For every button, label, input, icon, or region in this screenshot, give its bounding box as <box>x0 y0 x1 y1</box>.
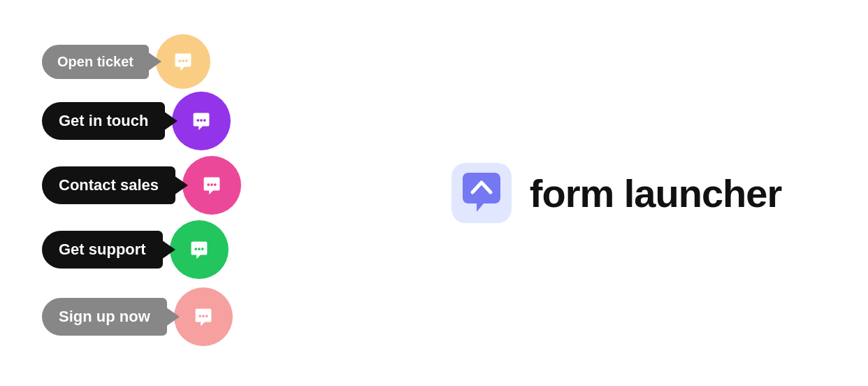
button-row-get-support: Get support <box>42 220 363 279</box>
svg-point-1 <box>182 59 185 62</box>
form-launcher-logo-icon <box>450 162 513 224</box>
svg-point-6 <box>207 183 210 186</box>
get-in-touch-icon <box>172 92 231 150</box>
get-in-touch-button[interactable]: Get in touch <box>42 102 165 140</box>
svg-point-2 <box>185 59 188 62</box>
svg-point-4 <box>200 119 203 122</box>
button-row-get-in-touch: Get in touch <box>42 92 363 150</box>
svg-point-5 <box>203 119 206 122</box>
brand-name: form launcher <box>530 171 781 216</box>
svg-point-13 <box>202 315 205 317</box>
contact-sales-icon <box>182 156 241 215</box>
svg-point-10 <box>198 248 201 250</box>
svg-point-3 <box>197 119 200 122</box>
right-panel: form launcher <box>363 0 868 386</box>
button-row-open-ticket: Open ticket <box>42 34 363 89</box>
contact-sales-button[interactable]: Contact sales <box>42 166 175 204</box>
button-row-contact-sales: Contact sales <box>42 156 363 215</box>
brand-logo: form launcher <box>450 162 781 224</box>
sign-up-now-button[interactable]: Sign up now <box>42 298 167 336</box>
svg-point-12 <box>198 315 201 317</box>
button-row-sign-up-now: Sign up now <box>42 287 363 346</box>
svg-point-0 <box>178 59 181 62</box>
open-ticket-button[interactable]: Open ticket <box>42 45 149 79</box>
svg-point-9 <box>194 248 197 250</box>
svg-point-11 <box>201 248 204 250</box>
svg-point-7 <box>210 183 213 186</box>
get-support-icon <box>170 220 229 279</box>
open-ticket-icon <box>156 34 210 89</box>
svg-point-14 <box>205 315 208 317</box>
sign-up-now-icon <box>174 287 233 346</box>
left-panel: Open ticket Get in touch Con <box>0 0 363 386</box>
svg-point-8 <box>214 183 217 186</box>
get-support-button[interactable]: Get support <box>42 231 163 269</box>
